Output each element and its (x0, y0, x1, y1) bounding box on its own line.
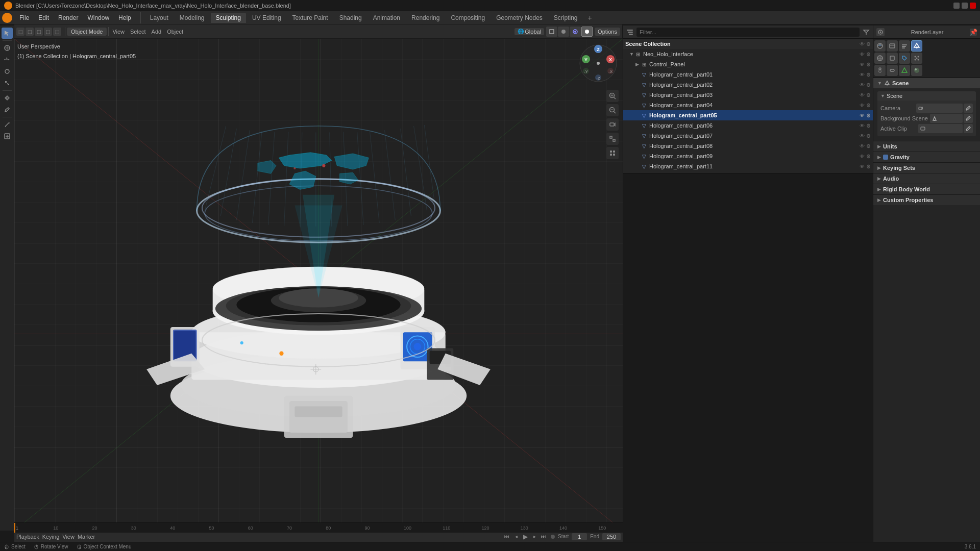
tool-add[interactable] (2, 131, 13, 142)
minimize-btn[interactable] (953, 3, 960, 9)
background-scene-eyedropper[interactable] (964, 114, 973, 123)
close-btn[interactable] (970, 3, 976, 9)
ws-tab-compositing[interactable]: Compositing (446, 13, 490, 23)
header-icon-3[interactable]: ⬚ (35, 28, 43, 36)
props-tab-constraints[interactable] (887, 65, 898, 76)
jump-end-btn[interactable]: ⏭ (540, 533, 548, 541)
transform-global[interactable]: 🌐 Global (514, 28, 544, 35)
blender-icon[interactable] (2, 13, 12, 23)
outliner-item-control-panel[interactable]: ▶ ⊞ Control_Panel 👁 ⚙ (623, 59, 873, 69)
ws-tab-sculpting[interactable]: Sculpting (211, 13, 246, 23)
props-tab-output[interactable] (887, 40, 898, 52)
keying-sets-section-header[interactable]: ▶ Keying Sets (873, 163, 980, 173)
outliner-item-part09[interactable]: ▶ ▽ Hologram_central_part09 👁 ⚙ (623, 151, 873, 161)
header-select[interactable]: Select (128, 29, 148, 35)
view-props-btn[interactable] (606, 147, 619, 159)
header-add[interactable]: Add (150, 29, 164, 35)
menu-help[interactable]: Help (114, 13, 135, 22)
props-tab-render[interactable] (874, 40, 886, 52)
timeline-playback[interactable]: Playback (16, 534, 39, 540)
play-btn[interactable]: ▶ (521, 533, 529, 541)
shade-solid[interactable] (558, 27, 569, 37)
outliner-item-part12[interactable]: ▶ ▽ Hologram_central_part12 👁 ⚙ (623, 171, 873, 173)
timeline-view[interactable]: View (62, 534, 75, 540)
outliner-item-neo-holo[interactable]: ▼ ⊞ Neo_Holo_Interface 👁 ⚙ (623, 49, 873, 59)
outliner-item-part07[interactable]: ▶ ▽ Hologram_central_part07 👁 ⚙ (623, 131, 873, 141)
rigid-body-world-section-header[interactable]: ▶ Rigid Body World (873, 184, 980, 194)
gravity-section-header[interactable]: ▶ Gravity (873, 152, 980, 162)
camera-view-btn[interactable] (606, 118, 619, 131)
outliner-item-part05[interactable]: ▶ ▽ Hologram_central_part05 👁 ⚙ (623, 110, 873, 120)
tool-rotate[interactable] (2, 66, 13, 77)
outliner-item-part01[interactable]: ▶ ▽ Hologram_central_part01 👁 ⚙ (623, 69, 873, 80)
props-tab-material[interactable] (911, 65, 922, 76)
frame-indicator-dot[interactable] (551, 535, 555, 539)
menu-render[interactable]: Render (54, 13, 82, 22)
shade-material[interactable] (570, 27, 581, 37)
timeline-marker[interactable]: Marker (78, 534, 95, 540)
end-frame[interactable]: 250 (602, 533, 621, 540)
header-view[interactable]: View (110, 29, 127, 35)
frame-all-btn[interactable] (606, 133, 619, 145)
camera-input[interactable] (916, 104, 963, 113)
ws-tab-geometry[interactable]: Geometry Nodes (491, 13, 548, 23)
gravity-checkbox[interactable] (883, 155, 888, 160)
tool-move[interactable] (2, 54, 13, 65)
outliner-item-part02[interactable]: ▶ ▽ Hologram_central_part02 👁 ⚙ (623, 80, 873, 90)
menu-window[interactable]: Window (83, 13, 113, 22)
outliner-filter-icon[interactable] (863, 29, 870, 36)
outliner-search[interactable] (636, 28, 860, 37)
header-icon-4[interactable]: ⬚ (44, 28, 52, 36)
active-clip-input[interactable] (918, 124, 963, 133)
start-frame[interactable]: 1 (572, 533, 587, 540)
scene-section-header[interactable]: ▼ Scene (873, 78, 980, 88)
next-frame-btn[interactable]: ▸ (530, 533, 538, 541)
ws-tab-layout[interactable]: Layout (145, 13, 174, 23)
props-tab-particles[interactable] (911, 53, 922, 64)
timeline-scrubber[interactable]: 1 10 20 30 40 50 60 70 80 90 100 110 120… (14, 522, 623, 533)
ws-tab-rendering[interactable]: Rendering (406, 13, 445, 23)
outliner-item-part06[interactable]: ▶ ▽ Hologram_central_part06 👁 ⚙ (623, 120, 873, 131)
outliner-item-part08[interactable]: ▶ ▽ Hologram_central_part08 👁 ⚙ (623, 141, 873, 151)
ws-tab-uv[interactable]: UV Editing (247, 13, 286, 23)
ws-tab-modeling[interactable]: Modeling (175, 13, 210, 23)
units-section-header[interactable]: ▶ Units (873, 141, 980, 152)
tool-annotate[interactable] (2, 104, 13, 115)
zoom-in-btn[interactable] (606, 90, 619, 102)
timeline-keying[interactable]: Keying (42, 534, 60, 540)
props-tab-scene-active[interactable] (911, 40, 922, 52)
ws-tab-texture[interactable]: Texture Paint (287, 13, 333, 23)
tool-transform[interactable] (2, 92, 13, 104)
shade-wire[interactable] (546, 27, 557, 37)
tool-scale[interactable] (2, 78, 13, 89)
outliner-item-part04[interactable]: ▶ ▽ Hologram_central_part04 👁 ⚙ (623, 100, 873, 110)
ws-tab-shading[interactable]: Shading (334, 13, 367, 23)
tool-cursor[interactable] (2, 42, 13, 54)
nav-gizmo[interactable]: X Y Z -Z -X -Y (578, 43, 619, 84)
maximize-btn[interactable] (962, 3, 968, 9)
menu-file[interactable]: File (15, 13, 33, 22)
tool-measure[interactable] (2, 119, 13, 130)
options-btn[interactable]: Options (595, 28, 620, 36)
scene-sub-header[interactable]: ▼ Scene (877, 91, 976, 101)
active-clip-eyedropper[interactable] (964, 124, 973, 133)
outliner-scene-collection[interactable]: Scene Collection 👁 ⚙ (623, 39, 873, 49)
outliner-item-part03[interactable]: ▶ ▽ Hologram_central_part03 👁 ⚙ (623, 90, 873, 100)
background-scene-input[interactable] (930, 114, 963, 123)
ws-tab-animation[interactable]: Animation (368, 13, 405, 23)
object-mode-btn[interactable]: Object Mode (67, 28, 107, 36)
props-tab-data[interactable] (899, 65, 910, 76)
header-icon-2[interactable]: ⬚ (26, 28, 34, 36)
jump-start-btn[interactable]: ⏮ (503, 533, 511, 541)
outliner-item-part11[interactable]: ▶ ▽ Hologram_central_part11 👁 ⚙ (623, 161, 873, 171)
custom-properties-section-header[interactable]: ▶ Custom Properties (873, 195, 980, 205)
shade-rendered[interactable] (581, 27, 593, 37)
header-object[interactable]: Object (165, 29, 185, 35)
prev-frame-btn[interactable]: ◂ (512, 533, 520, 541)
props-tab-physics[interactable] (874, 65, 886, 76)
props-header-scene-icon[interactable] (876, 28, 885, 36)
camera-eyedropper[interactable] (964, 104, 973, 113)
menu-edit[interactable]: Edit (34, 13, 53, 22)
header-icon-5[interactable]: ⬚ (53, 28, 61, 36)
header-icon-1[interactable]: ⬚ (16, 28, 24, 36)
